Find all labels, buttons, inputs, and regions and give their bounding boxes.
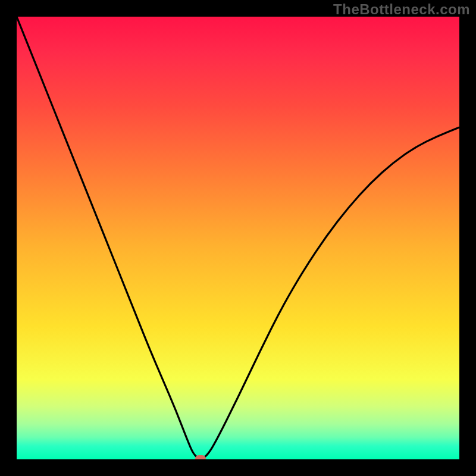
plot-area — [17, 17, 459, 459]
bottleneck-curve-path — [17, 17, 459, 458]
watermark-text: TheBottleneck.com — [333, 1, 470, 18]
minimum-marker — [195, 455, 206, 459]
bottleneck-curve-svg — [17, 17, 459, 459]
chart-frame: TheBottleneck.com — [0, 0, 476, 476]
